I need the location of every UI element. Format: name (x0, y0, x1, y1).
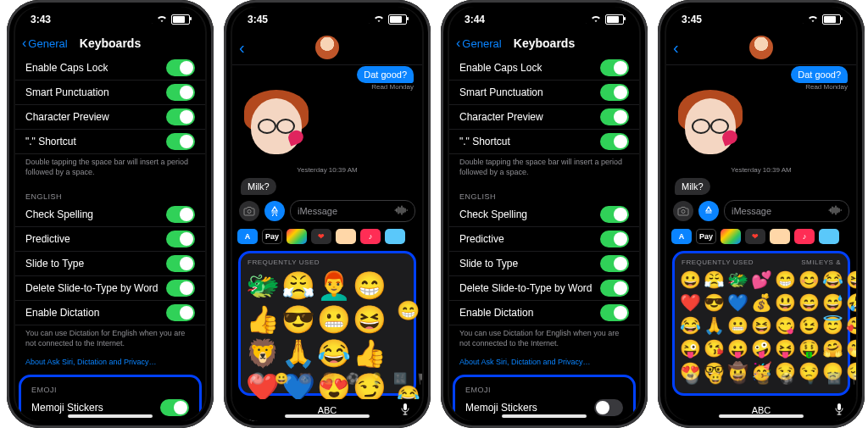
contact-avatar[interactable] (749, 36, 773, 59)
app-store-button[interactable] (264, 201, 285, 221)
toggle-character-preview[interactable] (166, 108, 195, 125)
emoji[interactable]: 🤪 (751, 338, 772, 359)
toggle-predictive[interactable] (166, 231, 195, 247)
emoji[interactable]: 😬 (727, 315, 748, 336)
row-period-shortcut[interactable]: "." Shortcut (449, 130, 639, 154)
emoji[interactable]: 😂 (822, 270, 843, 290)
emoji[interactable]: 🤣 (846, 292, 856, 313)
emoji[interactable]: 💙 (727, 292, 748, 313)
outgoing-message[interactable]: Dat good? (357, 66, 414, 83)
toggle-caps-lock[interactable] (600, 59, 629, 76)
row-period-shortcut[interactable]: "." Shortcut (15, 130, 205, 154)
app-store-icon[interactable]: A (237, 229, 258, 244)
memoji-sticker[interactable]: 😎 (281, 303, 315, 336)
emoji-tab[interactable]: 😀 (705, 372, 726, 385)
back-button[interactable]: ‹General (456, 36, 502, 50)
home-indicator[interactable] (285, 414, 370, 418)
camera-button[interactable] (673, 201, 693, 221)
app-strip[interactable]: APay❤♪ (232, 225, 422, 247)
toggle-smart-punctuation[interactable] (600, 84, 629, 101)
apple-pay-icon[interactable]: Pay (262, 229, 282, 244)
toggle-enable-dictation[interactable] (166, 304, 195, 321)
row-delete-slide-word[interactable]: Delete Slide-to-Type by Word (449, 276, 639, 301)
emoji[interactable]: 😅 (822, 292, 843, 313)
emoji[interactable]: 😄 (798, 292, 820, 313)
emoji-tab[interactable]: 🐻 (729, 372, 749, 385)
row-caps-lock[interactable]: Enable Caps Lock (15, 56, 205, 81)
emoji[interactable]: 🤑 (798, 338, 820, 359)
back-button[interactable]: ‹ General (22, 36, 68, 50)
emoji-category-tabs[interactable]: 🕐😀🐻🍔⚽💡🔣🏳️⌫ (675, 363, 848, 393)
toggle-period-shortcut[interactable] (600, 133, 629, 150)
app-store-icon[interactable]: A (671, 229, 692, 244)
emoji-tab[interactable]: 🍔 (753, 372, 773, 385)
emoji[interactable]: 😎 (704, 292, 725, 313)
emoji[interactable]: 😊 (798, 270, 820, 290)
memoji-app-icon[interactable] (336, 229, 356, 244)
memoji-sticker[interactable]: 😤 (281, 270, 315, 302)
emoji[interactable]: 😋 (775, 315, 796, 336)
memoji-sticker-message[interactable] (242, 90, 310, 158)
music-icon[interactable]: ♪ (360, 229, 381, 244)
emoji-tab[interactable]: 🏳️ (414, 372, 422, 385)
emoji[interactable]: 😀 (680, 270, 701, 290)
emoji[interactable]: 😁 (397, 270, 420, 353)
row-predictive[interactable]: Predictive (15, 227, 205, 252)
toggle-memoji-stickers[interactable] (594, 399, 623, 416)
extra-app-icon[interactable] (819, 229, 839, 244)
emoji[interactable]: 😆 (846, 270, 856, 290)
row-delete-slide-word[interactable]: Delete Slide-to-Type by Word (15, 276, 205, 301)
contact-avatar[interactable] (315, 36, 339, 59)
emoji-side-grid[interactable]: 😁😊😂😆 (392, 268, 422, 421)
home-indicator[interactable] (719, 414, 804, 418)
emoji-tab[interactable]: 😀 (271, 372, 292, 385)
message-input[interactable]: iMessage (724, 200, 849, 222)
memoji-sticker[interactable]: 👨‍🦰 (317, 270, 351, 302)
row-smart-punctuation[interactable]: Smart Punctuation (15, 81, 205, 105)
row-enable-dictation[interactable]: Enable Dictation (449, 301, 639, 325)
emoji[interactable]: 🤗 (822, 338, 843, 359)
camera-button[interactable] (239, 201, 259, 221)
emoji-tab[interactable]: ⚽ (776, 372, 797, 385)
outgoing-message[interactable]: Dat good? (791, 66, 848, 83)
emoji[interactable]: 💕 (751, 270, 772, 290)
apple-pay-icon[interactable]: Pay (696, 229, 716, 244)
toggle-delete-slide-word[interactable] (166, 280, 195, 297)
toggle-character-preview[interactable] (600, 108, 629, 125)
photos-icon[interactable]: ❤ (311, 229, 331, 244)
toggle-slide-to-type[interactable] (600, 255, 629, 272)
emoji[interactable]: 😆 (751, 315, 772, 336)
memoji-sticker[interactable]: 😁 (353, 270, 387, 302)
toggle-caps-lock[interactable] (166, 59, 195, 76)
emoji[interactable]: 😜 (680, 338, 701, 359)
incoming-message[interactable]: Milk? (675, 178, 710, 195)
emoji-tab[interactable]: 💡 (800, 372, 821, 385)
emoji-tab[interactable]: ⚽ (342, 372, 363, 385)
back-button[interactable]: ‹ (239, 38, 245, 58)
row-predictive[interactable]: Predictive (449, 227, 639, 252)
animoji-icon[interactable] (721, 229, 741, 244)
emoji-category-tabs[interactable]: 🕐😀🐻🍔⚽💡🔣🏳️⌫ (241, 363, 414, 393)
memoji-sticker[interactable]: 😆 (353, 303, 387, 336)
dictation-button[interactable] (400, 403, 410, 419)
toggle-smart-punctuation[interactable] (166, 84, 195, 101)
toggle-period-shortcut[interactable] (166, 133, 195, 150)
dictation-button[interactable] (834, 403, 844, 419)
memoji-app-icon[interactable] (770, 229, 790, 244)
emoji-tab[interactable]: 🔣 (824, 372, 844, 385)
emoji[interactable]: 😛 (727, 338, 748, 359)
siri-privacy-link[interactable]: About Ask Siri, Dictation and Privacy… (15, 356, 205, 373)
row-slide-to-type[interactable]: Slide to Type (15, 252, 205, 276)
memoji-sticker-grid[interactable]: 🐲😤👨‍🦰😁👍😎😬😆🦁🙏😂👍❤️💙😍😏🐼💀😍⋯ (241, 268, 392, 421)
toggle-check-spelling[interactable] (166, 206, 195, 223)
app-strip[interactable]: APay❤♪ (666, 225, 856, 247)
row-smart-punctuation[interactable]: Smart Punctuation (449, 81, 639, 105)
memoji-sticker[interactable]: 👍 (246, 303, 280, 336)
emoji-tab[interactable]: 🏳️ (848, 372, 856, 385)
home-indicator[interactable] (502, 414, 587, 418)
emoji[interactable]: 😂 (680, 315, 701, 336)
emoji-tab[interactable]: 🕐 (682, 372, 702, 385)
message-input[interactable]: iMessage (290, 200, 415, 222)
emoji[interactable]: 😃 (775, 292, 796, 313)
app-store-button[interactable] (698, 201, 719, 221)
